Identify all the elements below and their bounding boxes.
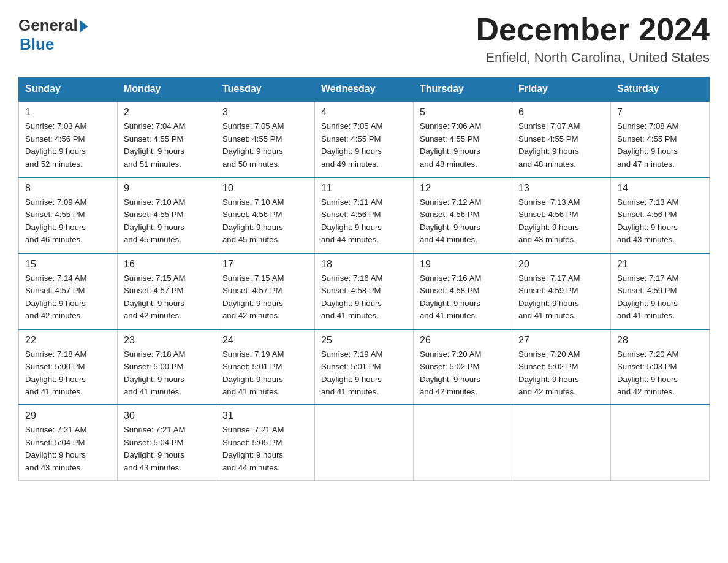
calendar-cell: 19Sunrise: 7:16 AMSunset: 4:58 PMDayligh… <box>414 253 512 329</box>
day-info: Sunrise: 7:11 AMSunset: 4:56 PMDaylight:… <box>321 196 407 247</box>
day-info: Sunrise: 7:21 AMSunset: 5:05 PMDaylight:… <box>222 424 308 474</box>
day-info: Sunrise: 7:13 AMSunset: 4:56 PMDaylight:… <box>617 196 703 247</box>
calendar-cell: 10Sunrise: 7:10 AMSunset: 4:56 PMDayligh… <box>216 177 315 253</box>
calendar-cell: 14Sunrise: 7:13 AMSunset: 4:56 PMDayligh… <box>611 177 710 253</box>
day-info: Sunrise: 7:05 AMSunset: 4:55 PMDaylight:… <box>321 120 407 170</box>
logo: General Blue <box>18 12 88 54</box>
calendar-cell: 29Sunrise: 7:21 AMSunset: 5:04 PMDayligh… <box>19 405 118 480</box>
day-number: 24 <box>222 335 308 346</box>
calendar-cell: 25Sunrise: 7:19 AMSunset: 5:01 PMDayligh… <box>315 329 414 405</box>
day-info: Sunrise: 7:17 AMSunset: 4:59 PMDaylight:… <box>617 272 703 323</box>
header-saturday: Saturday <box>611 77 710 102</box>
calendar-cell <box>414 405 512 480</box>
day-info: Sunrise: 7:21 AMSunset: 5:04 PMDaylight:… <box>124 424 210 474</box>
calendar-cell: 28Sunrise: 7:20 AMSunset: 5:03 PMDayligh… <box>611 329 710 405</box>
day-info: Sunrise: 7:06 AMSunset: 4:55 PMDaylight:… <box>420 120 506 170</box>
day-number: 23 <box>124 335 210 346</box>
calendar-cell <box>611 405 710 480</box>
calendar-cell: 23Sunrise: 7:18 AMSunset: 5:00 PMDayligh… <box>118 329 216 405</box>
calendar-cell: 4Sunrise: 7:05 AMSunset: 4:55 PMDaylight… <box>315 101 414 177</box>
day-info: Sunrise: 7:07 AMSunset: 4:55 PMDaylight:… <box>518 120 604 170</box>
calendar-cell <box>512 405 611 480</box>
day-number: 20 <box>518 259 604 270</box>
day-info: Sunrise: 7:16 AMSunset: 4:58 PMDaylight:… <box>420 272 506 323</box>
day-info: Sunrise: 7:04 AMSunset: 4:55 PMDaylight:… <box>124 120 210 170</box>
title-block: December 2024 Enfield, North Carolina, U… <box>476 12 710 66</box>
day-number: 28 <box>617 335 703 346</box>
day-info: Sunrise: 7:18 AMSunset: 5:00 PMDaylight:… <box>25 348 111 399</box>
calendar-cell: 26Sunrise: 7:20 AMSunset: 5:02 PMDayligh… <box>414 329 512 405</box>
calendar-cell: 1Sunrise: 7:03 AMSunset: 4:56 PMDaylight… <box>19 101 118 177</box>
day-info: Sunrise: 7:10 AMSunset: 4:56 PMDaylight:… <box>222 196 308 247</box>
day-number: 7 <box>617 107 703 118</box>
calendar-cell: 13Sunrise: 7:13 AMSunset: 4:56 PMDayligh… <box>512 177 611 253</box>
day-info: Sunrise: 7:19 AMSunset: 5:01 PMDaylight:… <box>222 348 308 399</box>
week-row-2: 8Sunrise: 7:09 AMSunset: 4:55 PMDaylight… <box>19 177 710 253</box>
calendar-cell: 16Sunrise: 7:15 AMSunset: 4:57 PMDayligh… <box>118 253 216 329</box>
header-row: SundayMondayTuesdayWednesdayThursdayFrid… <box>19 77 710 102</box>
day-info: Sunrise: 7:15 AMSunset: 4:57 PMDaylight:… <box>124 272 210 323</box>
day-info: Sunrise: 7:20 AMSunset: 5:02 PMDaylight:… <box>518 348 604 399</box>
day-info: Sunrise: 7:18 AMSunset: 5:00 PMDaylight:… <box>124 348 210 399</box>
day-info: Sunrise: 7:09 AMSunset: 4:55 PMDaylight:… <box>25 196 111 247</box>
day-number: 12 <box>420 183 506 194</box>
day-info: Sunrise: 7:16 AMSunset: 4:58 PMDaylight:… <box>321 272 407 323</box>
header-sunday: Sunday <box>19 77 118 102</box>
day-info: Sunrise: 7:05 AMSunset: 4:55 PMDaylight:… <box>222 120 308 170</box>
day-number: 19 <box>420 259 506 270</box>
calendar-cell <box>315 405 414 480</box>
calendar-cell: 18Sunrise: 7:16 AMSunset: 4:58 PMDayligh… <box>315 253 414 329</box>
header-monday: Monday <box>118 77 216 102</box>
calendar-cell: 7Sunrise: 7:08 AMSunset: 4:55 PMDaylight… <box>611 101 710 177</box>
calendar-cell: 9Sunrise: 7:10 AMSunset: 4:55 PMDaylight… <box>118 177 216 253</box>
calendar-cell: 20Sunrise: 7:17 AMSunset: 4:59 PMDayligh… <box>512 253 611 329</box>
day-number: 4 <box>321 107 407 118</box>
day-number: 14 <box>617 183 703 194</box>
day-number: 6 <box>518 107 604 118</box>
calendar-cell: 2Sunrise: 7:04 AMSunset: 4:55 PMDaylight… <box>118 101 216 177</box>
day-number: 2 <box>124 107 210 118</box>
calendar-cell: 21Sunrise: 7:17 AMSunset: 4:59 PMDayligh… <box>611 253 710 329</box>
calendar-cell: 8Sunrise: 7:09 AMSunset: 4:55 PMDaylight… <box>19 177 118 253</box>
day-info: Sunrise: 7:21 AMSunset: 5:04 PMDaylight:… <box>25 424 111 474</box>
day-number: 16 <box>124 259 210 270</box>
calendar-cell: 17Sunrise: 7:15 AMSunset: 4:57 PMDayligh… <box>216 253 315 329</box>
day-info: Sunrise: 7:12 AMSunset: 4:56 PMDaylight:… <box>420 196 506 247</box>
week-row-3: 15Sunrise: 7:14 AMSunset: 4:57 PMDayligh… <box>19 253 710 329</box>
day-info: Sunrise: 7:10 AMSunset: 4:55 PMDaylight:… <box>124 196 210 247</box>
day-number: 31 <box>222 410 308 421</box>
week-row-1: 1Sunrise: 7:03 AMSunset: 4:56 PMDaylight… <box>19 101 710 177</box>
day-number: 3 <box>222 107 308 118</box>
day-number: 30 <box>124 410 210 421</box>
calendar-cell: 12Sunrise: 7:12 AMSunset: 4:56 PMDayligh… <box>414 177 512 253</box>
day-number: 18 <box>321 259 407 270</box>
day-info: Sunrise: 7:14 AMSunset: 4:57 PMDaylight:… <box>25 272 111 323</box>
calendar-cell: 3Sunrise: 7:05 AMSunset: 4:55 PMDaylight… <box>216 101 315 177</box>
day-number: 26 <box>420 335 506 346</box>
day-number: 10 <box>222 183 308 194</box>
calendar-cell: 5Sunrise: 7:06 AMSunset: 4:55 PMDaylight… <box>414 101 512 177</box>
page-header: General Blue December 2024 Enfield, Nort… <box>18 12 710 66</box>
day-info: Sunrise: 7:17 AMSunset: 4:59 PMDaylight:… <box>518 272 604 323</box>
calendar-cell: 30Sunrise: 7:21 AMSunset: 5:04 PMDayligh… <box>118 405 216 480</box>
calendar-cell: 11Sunrise: 7:11 AMSunset: 4:56 PMDayligh… <box>315 177 414 253</box>
day-number: 25 <box>321 335 407 346</box>
calendar-cell: 31Sunrise: 7:21 AMSunset: 5:05 PMDayligh… <box>216 405 315 480</box>
day-number: 11 <box>321 183 407 194</box>
week-row-5: 29Sunrise: 7:21 AMSunset: 5:04 PMDayligh… <box>19 405 710 480</box>
calendar-cell: 22Sunrise: 7:18 AMSunset: 5:00 PMDayligh… <box>19 329 118 405</box>
day-number: 21 <box>617 259 703 270</box>
day-number: 27 <box>518 335 604 346</box>
header-friday: Friday <box>512 77 611 102</box>
day-number: 15 <box>25 259 111 270</box>
day-number: 17 <box>222 259 308 270</box>
header-thursday: Thursday <box>414 77 512 102</box>
calendar-cell: 24Sunrise: 7:19 AMSunset: 5:01 PMDayligh… <box>216 329 315 405</box>
day-info: Sunrise: 7:20 AMSunset: 5:02 PMDaylight:… <box>420 348 506 399</box>
day-info: Sunrise: 7:15 AMSunset: 4:57 PMDaylight:… <box>222 272 308 323</box>
header-tuesday: Tuesday <box>216 77 315 102</box>
day-number: 5 <box>420 107 506 118</box>
day-info: Sunrise: 7:08 AMSunset: 4:55 PMDaylight:… <box>617 120 703 170</box>
day-info: Sunrise: 7:13 AMSunset: 4:56 PMDaylight:… <box>518 196 604 247</box>
logo-blue-text: Blue <box>20 35 54 54</box>
